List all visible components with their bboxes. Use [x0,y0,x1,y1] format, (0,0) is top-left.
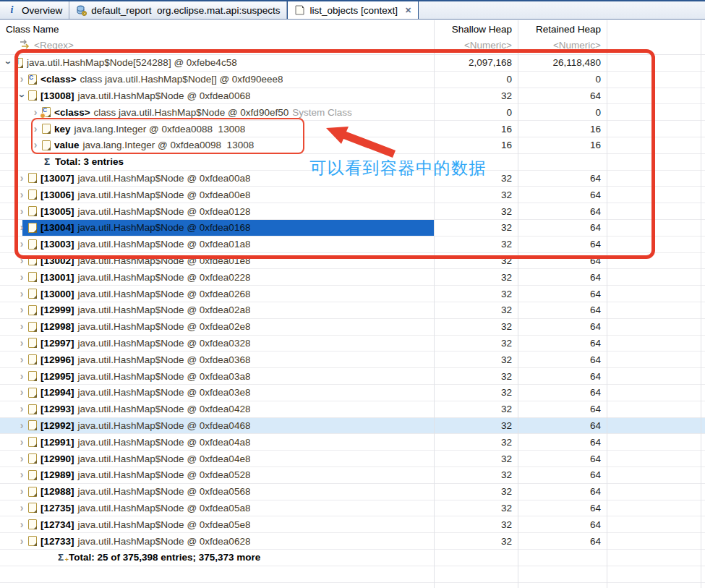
chevron-collapsed-icon[interactable]: › [17,273,27,282]
table-row[interactable]: ›[13007]java.util.HashMap$Node @ 0xfdea0… [0,171,705,187]
row-label: [12991]java.util.HashMap$Node @ 0xfdea04… [40,437,250,448]
table-row[interactable]: ›[12988]java.util.HashMap$Node @ 0xfdea0… [0,484,705,500]
table-row[interactable]: ›[13001]java.util.HashMap$Node @ 0xfdea0… [0,269,705,286]
chevron-collapsed-icon[interactable]: › [17,503,27,513]
chevron-collapsed-icon[interactable]: › [17,421,27,430]
shallow-heap-cell: 32 [434,220,512,236]
row-label-bold: [13000] [40,289,74,299]
table-row[interactable]: ›C<class>class java.util.HashMap$Node[] … [0,72,705,88]
table-row[interactable]: ›[12999]java.util.HashMap$Node @ 0xfdea0… [0,302,705,319]
table-row[interactable]: ›[13002]java.util.HashMap$Node @ 0xfdea0… [0,253,705,270]
column-header-retained-heap[interactable]: Retained Heap [518,24,601,35]
shallow-heap-cell: 32 [434,467,512,483]
chevron-collapsed-icon[interactable]: › [17,239,27,249]
retained-heap-cell: 64 [518,269,601,285]
chevron-collapsed-icon[interactable]: › [17,438,27,447]
chevron-collapsed-icon[interactable]: › [17,74,27,84]
column-header-shallow-heap[interactable]: Shallow Heap [434,24,512,35]
table-row[interactable]: ›ΣTotal: 3 entries [0,154,705,171]
shallow-heap-cell: 32 [434,451,512,466]
table-row[interactable]: ›[13006]java.util.HashMap$Node @ 0xfdea0… [0,187,705,203]
table-row[interactable]: ›[13008]java.util.HashMap$Node @ 0xfdea0… [0,88,705,105]
tab-default-report[interactable]: default_report org.eclipse.mat.api:suspe… [69,1,287,19]
row-label: [13005]java.util.HashMap$Node @ 0xfdea01… [40,206,250,217]
chevron-collapsed-icon[interactable]: › [17,223,27,232]
table-row[interactable]: ›[12734]java.util.HashMap$Node @ 0xfdea0… [0,516,705,533]
regex-filter-input[interactable]: <Regex> [34,40,74,51]
table-row[interactable]: ›valuejava.lang.Integer @ 0xfdea0098 130… [0,137,705,154]
chevron-collapsed-icon[interactable]: › [30,140,40,150]
column-header-class-name[interactable]: Class Name [6,24,59,35]
shallow-heap-cell: 32 [434,171,512,187]
chevron-collapsed-icon[interactable]: › [17,454,27,464]
chevron-expanded-icon[interactable]: › [4,58,13,68]
chevron-collapsed-icon[interactable]: › [17,256,27,265]
chevron-collapsed-icon[interactable]: › [17,388,27,397]
shallow-heap-cell: 32 [434,253,512,269]
chevron-expanded-icon[interactable]: › [17,90,27,101]
table-row[interactable]: ›[12733]java.util.HashMap$Node @ 0xfdea0… [0,533,705,550]
retained-heap-cell: 64 [518,187,601,203]
table-row[interactable]: ›[12991]java.util.HashMap$Node @ 0xfdea0… [0,434,705,451]
close-icon[interactable]: ✕ [405,6,411,15]
table-row[interactable]: ›[]java.util.HashMap$Node[524288] @ 0xfe… [0,55,705,72]
table-row[interactable]: ›[12996]java.util.HashMap$Node @ 0xfdea0… [0,351,705,368]
chevron-collapsed-icon[interactable]: › [17,174,27,183]
chevron-collapsed-icon[interactable]: › [17,355,27,365]
table-row[interactable]: ›[13000]java.util.HashMap$Node @ 0xfdea0… [0,286,705,302]
retained-heap-filter-input[interactable]: <Numeric> [518,40,601,51]
retained-heap-cell: 64 [518,171,601,187]
chevron-collapsed-icon[interactable]: › [30,108,40,117]
table-row[interactable]: ›[13004]java.util.HashMap$Node @ 0xfdea0… [0,220,705,237]
shallow-heap-cell: 32 [434,269,512,285]
shallow-heap-filter-input[interactable]: <Numeric> [434,40,512,51]
row-label-text: java.util.HashMap$Node @ 0xfdea0368 [78,354,251,365]
chevron-collapsed-icon[interactable]: › [17,520,27,529]
chevron-collapsed-icon[interactable]: › [17,372,27,381]
tab-list-objects[interactable]: list_objects [context] ✕ [287,1,419,19]
row-label-text: java.util.HashMap$Node @ 0xfdea0568 [78,486,251,497]
chevron-collapsed-icon[interactable]: › [30,124,40,134]
chevron-collapsed-icon[interactable]: › [17,470,27,480]
empty-row [0,566,705,583]
row-label-bold: [12994] [40,387,74,398]
table-row[interactable]: ›[13005]java.util.HashMap$Node @ 0xfdea0… [0,203,705,220]
indent [0,524,17,525]
indent [0,145,30,145]
table-row[interactable]: ›[12990]java.util.HashMap$Node @ 0xfdea0… [0,451,705,467]
retained-heap-cell: 64 [518,203,601,219]
table-row[interactable]: ›[12994]java.util.HashMap$Node @ 0xfdea0… [0,385,705,401]
chevron-collapsed-icon[interactable]: › [17,305,27,315]
row-label: <class>class java.util.HashMap$Node @ 0x… [54,107,352,118]
chevron-collapsed-icon[interactable]: › [17,338,27,348]
info-icon: i [7,5,17,16]
tab-label: list_objects [context] [309,5,398,16]
chevron-collapsed-icon[interactable]: › [17,190,27,200]
table-row[interactable]: ›[13003]java.util.HashMap$Node @ 0xfdea0… [0,237,705,253]
chevron-collapsed-icon[interactable]: › [17,537,27,546]
row-label: [13007]java.util.HashMap$Node @ 0xfdea00… [40,173,250,184]
table-row[interactable]: ›[12993]java.util.HashMap$Node @ 0xfdea0… [0,401,705,418]
chevron-collapsed-icon[interactable]: › [17,289,27,299]
table-row[interactable]: ›[12998]java.util.HashMap$Node @ 0xfdea0… [0,319,705,336]
row-label-text: java.lang.Integer @ 0xfdea0098 13008 [83,140,255,150]
chevron-collapsed-icon[interactable]: › [17,322,27,331]
object-icon [28,503,37,513]
chevron-collapsed-icon[interactable]: › [17,207,27,216]
row-label: [12994]java.util.HashMap$Node @ 0xfdea03… [40,387,250,398]
table-row[interactable]: ›[12997]java.util.HashMap$Node @ 0xfdea0… [0,336,705,352]
chevron-collapsed-icon[interactable]: › [17,487,27,496]
table-row[interactable]: ›[12735]java.util.HashMap$Node @ 0xfdea0… [0,500,705,517]
table-row[interactable]: ›C<class>class java.util.HashMap$Node @ … [0,104,705,121]
tab-overview[interactable]: i Overview [0,1,69,19]
indent [0,294,17,294]
table-row[interactable]: ›[12992]java.util.HashMap$Node @ 0xfdea0… [0,418,705,435]
object-icon [28,487,37,497]
chevron-collapsed-icon[interactable]: › [17,404,27,414]
table-row[interactable]: ›[12995]java.util.HashMap$Node @ 0xfdea0… [0,368,705,385]
table-row[interactable]: ›[12989]java.util.HashMap$Node @ 0xfdea0… [0,467,705,484]
table-row[interactable]: ›keyjava.lang.Integer @ 0xfdea0088 13008… [0,121,705,137]
row-label: [12735]java.util.HashMap$Node @ 0xfdea05… [40,503,250,514]
table-row[interactable]: ›Σ+Total: 25 of 375,398 entries; 375,373… [0,550,705,566]
tab-label: default_report org.eclipse.mat.api:suspe… [91,5,280,16]
